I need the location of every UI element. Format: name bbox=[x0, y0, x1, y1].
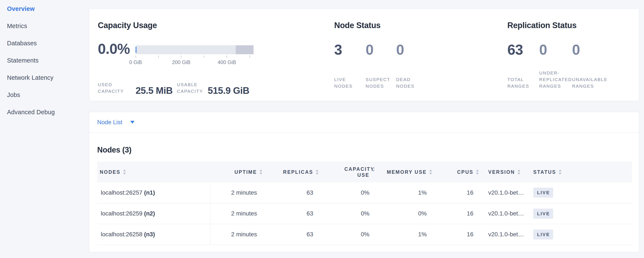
sidebar-item-label: Databases bbox=[7, 40, 37, 47]
memory-use-cell: 1% bbox=[378, 182, 435, 203]
node-address[interactable]: localhost:26258 bbox=[101, 231, 142, 237]
axis-tick bbox=[226, 56, 227, 58]
suspect-nodes-label: SUSPECT NODES bbox=[366, 76, 396, 89]
memory-use-cell: 1% bbox=[378, 224, 435, 245]
sidebar-item-databases[interactable]: Databases bbox=[7, 40, 89, 57]
node-status-title: Node Status bbox=[334, 21, 496, 30]
sidebar-item-jobs[interactable]: Jobs bbox=[7, 91, 89, 108]
table-row[interactable]: localhost:26257 (n1) 2 minutes 63 0% 1% … bbox=[97, 182, 632, 203]
column-header-version[interactable]: VERSION bbox=[482, 162, 530, 182]
node-status-values: 3 0 0 bbox=[334, 42, 404, 58]
replication-labels: TOTAL RANGES UNDER- REPLICATED RANGES UN… bbox=[507, 70, 608, 89]
column-header-status[interactable]: STATUS bbox=[530, 162, 632, 182]
sidebar-item-label: Jobs bbox=[7, 91, 20, 98]
column-header-replicas[interactable]: REPLICAS bbox=[266, 162, 322, 182]
table-header-row: NODES UPTIME REPLICAS CAPACITY USE bbox=[97, 162, 632, 182]
sidebar-item-label: Network Latency bbox=[7, 74, 54, 81]
replicas-cell: 63 bbox=[266, 224, 322, 245]
sort-icon bbox=[123, 170, 126, 175]
dead-nodes-label: DEAD NODES bbox=[396, 76, 414, 89]
replicas-cell: 63 bbox=[266, 182, 322, 203]
gauge-used-marker bbox=[136, 47, 136, 53]
node-list-card: Node List Nodes (3) NODES UPTIME bbox=[89, 112, 639, 252]
capacity-use-cell: 0% bbox=[322, 203, 378, 224]
unavailable-ranges-label: UNAVAILABLE RANGES bbox=[572, 76, 608, 89]
usable-capacity-label: USABLE CAPACITY bbox=[177, 81, 208, 94]
column-header-nodes[interactable]: NODES bbox=[97, 162, 210, 182]
nodes-table-section: Nodes (3) NODES UPTIME REPLIC bbox=[89, 133, 639, 245]
under-replicated-ranges-label: UNDER- REPLICATED RANGES bbox=[539, 70, 572, 89]
total-ranges-value: 63 bbox=[507, 42, 539, 58]
version-cell: v20.1.0-bet… bbox=[482, 203, 530, 224]
axis-tick-label: 0 GiB bbox=[129, 59, 142, 65]
capacity-usage-panel: Capacity Usage 0.0% 0 GiB 200 GiB 400 Gi… bbox=[98, 21, 329, 98]
node-id: (n1) bbox=[144, 189, 155, 196]
suspect-nodes-value: 0 bbox=[366, 42, 396, 58]
used-capacity-value: 25.5 MiB bbox=[136, 86, 177, 95]
status-badge: LIVE bbox=[533, 188, 553, 198]
replication-status-panel: Replication Status 63 0 0 TOTAL RANGES U… bbox=[507, 21, 635, 98]
sort-icon bbox=[559, 170, 562, 175]
axis-tick bbox=[136, 56, 136, 58]
sort-icon bbox=[372, 167, 375, 172]
column-header-memory-use[interactable]: MEMORY USE bbox=[378, 162, 435, 182]
cpus-cell: 16 bbox=[435, 203, 482, 224]
live-nodes-value: 3 bbox=[334, 42, 366, 58]
live-nodes-label: LIVE NODES bbox=[334, 76, 366, 89]
version-cell: v20.1.0-bet… bbox=[482, 182, 530, 203]
memory-use-cell: 0% bbox=[378, 203, 435, 224]
table-row[interactable]: localhost:26259 (n2) 2 minutes 63 0% 0% … bbox=[97, 203, 632, 224]
total-ranges-label: TOTAL RANGES bbox=[507, 76, 539, 89]
sidebar-item-overview[interactable]: Overview bbox=[7, 5, 89, 22]
view-selector-dropdown[interactable]: Node List bbox=[97, 119, 134, 126]
cpus-cell: 16 bbox=[435, 224, 482, 245]
replicas-cell: 63 bbox=[266, 203, 322, 224]
sidebar-item-network-latency[interactable]: Network Latency bbox=[7, 74, 89, 91]
sort-icon bbox=[316, 170, 318, 175]
node-status-labels: LIVE NODES SUSPECT NODES DEAD NODES bbox=[334, 76, 414, 89]
capacity-used-percent: 0.0% bbox=[98, 41, 130, 57]
axis-tick bbox=[204, 56, 204, 58]
sort-icon bbox=[476, 170, 479, 175]
node-address[interactable]: localhost:26259 bbox=[101, 210, 142, 217]
axis-tick bbox=[158, 56, 159, 58]
axis-tick-label: 400 GiB bbox=[218, 59, 236, 65]
column-header-capacity-use[interactable]: CAPACITY USE bbox=[322, 162, 378, 182]
gauge-reserved-segment bbox=[236, 45, 254, 54]
used-capacity-label: USED CAPACITY bbox=[98, 81, 136, 94]
column-header-cpus[interactable]: CPUS bbox=[435, 162, 482, 182]
sidebar-item-label: Metrics bbox=[7, 22, 27, 30]
cluster-summary-card: Capacity Usage 0.0% 0 GiB 200 GiB 400 Gi… bbox=[89, 9, 639, 101]
sidebar-item-label: Overview bbox=[7, 5, 35, 12]
capacity-usage-title: Capacity Usage bbox=[98, 21, 329, 30]
axis-tick bbox=[250, 56, 250, 58]
cpus-cell: 16 bbox=[435, 182, 482, 203]
unavailable-ranges-value: 0 bbox=[572, 42, 580, 58]
nodes-section-title: Nodes (3) bbox=[97, 146, 632, 154]
dead-nodes-value: 0 bbox=[396, 42, 404, 58]
sidebar-item-metrics[interactable]: Metrics bbox=[7, 22, 89, 40]
sort-icon bbox=[260, 170, 262, 175]
sidebar-item-statements[interactable]: Statements bbox=[7, 57, 89, 74]
sidebar: Overview Metrics Databases Statements Ne… bbox=[0, 0, 89, 258]
sort-icon bbox=[518, 170, 520, 175]
status-badge: LIVE bbox=[533, 209, 553, 219]
column-header-uptime[interactable]: UPTIME bbox=[210, 162, 266, 182]
caret-down-icon bbox=[130, 121, 134, 123]
capacity-gauge: 0 GiB 200 GiB 400 GiB bbox=[136, 45, 254, 67]
axis-tick-label: 200 GiB bbox=[172, 59, 190, 65]
view-selector-label: Node List bbox=[97, 119, 122, 126]
table-row[interactable]: localhost:26258 (n3) 2 minutes 63 0% 1% … bbox=[97, 224, 632, 245]
sidebar-item-label: Advanced Debug bbox=[7, 108, 55, 116]
node-list-toolbar: Node List bbox=[89, 112, 639, 133]
status-badge: LIVE bbox=[533, 229, 553, 239]
sidebar-item-label: Statements bbox=[7, 57, 38, 64]
replication-values: 63 0 0 bbox=[507, 42, 580, 58]
capacity-stats-row: USED CAPACITY 25.5 MiB USABLE CAPACITY 5… bbox=[98, 81, 249, 95]
uptime-cell: 2 minutes bbox=[210, 182, 266, 203]
node-status-panel: Node Status 3 0 0 LIVE NODES SUSPECT NOD… bbox=[334, 21, 496, 98]
node-address[interactable]: localhost:26257 bbox=[101, 189, 142, 196]
uptime-cell: 2 minutes bbox=[210, 224, 266, 245]
node-id: (n2) bbox=[144, 210, 155, 217]
sidebar-item-advanced-debug[interactable]: Advanced Debug bbox=[7, 108, 89, 126]
